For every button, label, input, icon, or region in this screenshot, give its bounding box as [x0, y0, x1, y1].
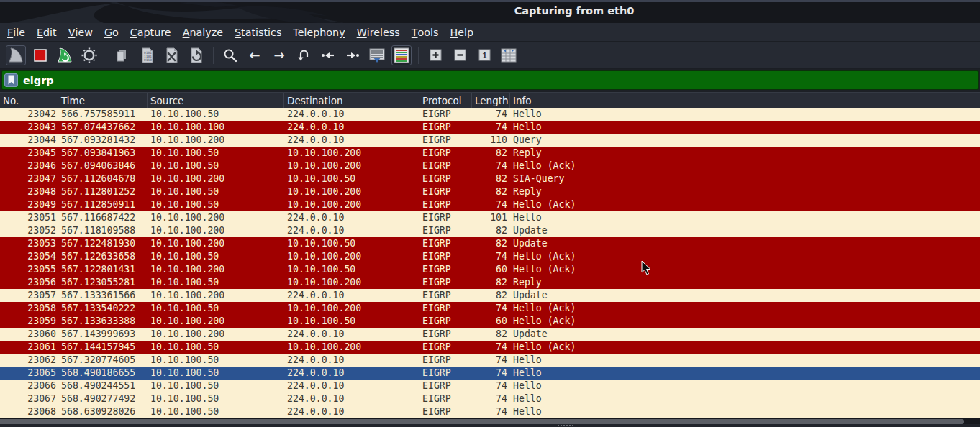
- bookmark-icon[interactable]: [4, 73, 18, 87]
- title-bar[interactable]: Capturing from eth0: [0, 0, 980, 23]
- packet-row-23062[interactable]: 23062567.32077460510.10.100.50224.0.0.10…: [0, 354, 980, 367]
- packet-row-23054[interactable]: 23054567.12263365810.10.100.5010.10.100.…: [0, 250, 980, 263]
- cell-protocol: EIGRP: [419, 392, 472, 405]
- magnifier-icon: [222, 47, 238, 63]
- start-capture-button[interactable]: [6, 45, 26, 65]
- zoom-normal-button[interactable]: 1: [474, 45, 494, 65]
- cell-destination: 224.0.0.10: [284, 108, 419, 121]
- packet-row-23061[interactable]: 23061567.14415794510.10.100.5010.10.100.…: [0, 341, 980, 354]
- packet-row-23068[interactable]: 23068568.63092802610.10.100.50224.0.0.10…: [0, 405, 980, 418]
- capture-options-button[interactable]: [79, 45, 99, 65]
- cell-length: 74: [472, 302, 510, 315]
- packet-row-23044[interactable]: 23044567.09328143210.10.100.200224.0.0.1…: [0, 134, 980, 147]
- zoom-out-button[interactable]: [450, 45, 470, 65]
- packet-row-23048[interactable]: 23048567.11280125210.10.100.5010.10.100.…: [0, 185, 980, 198]
- packet-row-23066[interactable]: 23066568.49024455110.10.100.50224.0.0.10…: [0, 380, 980, 392]
- packet-row-23053[interactable]: 23053567.12248193010.10.100.20010.10.100…: [0, 237, 980, 250]
- column-header-time[interactable]: Time: [58, 93, 148, 108]
- packet-row-23049[interactable]: 23049567.11285091110.10.100.5010.10.100.…: [0, 198, 980, 211]
- packet-row-23067[interactable]: 23067568.49027749210.10.100.50224.0.0.10…: [0, 392, 980, 405]
- cell-info: Query: [510, 134, 980, 147]
- cell-time: 567.116687422: [58, 211, 148, 224]
- cell-length: 60: [472, 263, 510, 276]
- cell-info: Hello: [510, 108, 980, 121]
- column-header-destination[interactable]: Destination: [284, 93, 419, 108]
- go-back-button[interactable]: ←: [245, 45, 265, 65]
- find-packet-button[interactable]: [220, 45, 240, 65]
- go-last-packet-button[interactable]: [342, 45, 363, 65]
- cell-source: 10.10.100.50: [148, 302, 284, 315]
- menu-view[interactable]: View: [63, 23, 99, 41]
- packet-row-23046[interactable]: 23046567.09406384610.10.100.5010.10.100.…: [0, 160, 980, 173]
- menu-capture[interactable]: Capture: [124, 23, 177, 41]
- packet-row-23051[interactable]: 23051567.11668742210.10.100.200224.0.0.1…: [0, 211, 980, 224]
- restart-capture-button[interactable]: [55, 45, 75, 65]
- close-file-button[interactable]: [162, 45, 182, 65]
- open-file-button[interactable]: [113, 45, 133, 65]
- cell-no: 23055: [0, 263, 58, 276]
- save-file-button[interactable]: 010111010110: [137, 45, 158, 65]
- zoom-in-button[interactable]: [425, 45, 445, 65]
- horizontal-scrollbar[interactable]: [0, 419, 980, 424]
- cell-time: 567.320774605: [58, 354, 148, 367]
- cell-destination: 10.10.100.200: [284, 198, 419, 211]
- cell-info: SIA-Query: [510, 173, 980, 185]
- packet-row-23059[interactable]: 23059567.13363338810.10.100.20010.10.100…: [0, 315, 980, 328]
- packet-row-23045[interactable]: 23045567.09384196310.10.100.5010.10.100.…: [0, 147, 980, 160]
- auto-scroll-button[interactable]: [367, 45, 387, 65]
- cell-destination: 10.10.100.200: [284, 276, 419, 289]
- packet-row-23052[interactable]: 23052567.11810958810.10.100.200224.0.0.1…: [0, 224, 980, 237]
- column-header-length[interactable]: Length: [472, 93, 510, 108]
- filter-input[interactable]: [18, 75, 978, 86]
- cell-protocol: EIGRP: [419, 185, 472, 198]
- menu-telephony[interactable]: Telephony: [287, 23, 350, 41]
- gear-icon: [81, 47, 98, 64]
- go-to-packet-button[interactable]: [294, 45, 314, 65]
- menu-edit[interactable]: Edit: [31, 23, 63, 41]
- packet-row-23058[interactable]: 23058567.13354022210.10.100.5010.10.100.…: [0, 302, 980, 315]
- menu-wireless[interactable]: Wireless: [351, 23, 406, 41]
- packet-row-23060[interactable]: 23060567.14399969310.10.100.200224.0.0.1…: [0, 328, 980, 341]
- cell-source: 10.10.100.50: [148, 341, 284, 354]
- menu-statistics[interactable]: Statistics: [229, 23, 287, 41]
- cell-time: 567.133540222: [58, 302, 148, 315]
- cell-protocol: EIGRP: [419, 263, 472, 276]
- cell-info: Hello: [510, 211, 980, 224]
- cell-protocol: EIGRP: [419, 315, 472, 328]
- cell-source: 10.10.100.50: [148, 405, 284, 418]
- cell-time: 567.112850911: [58, 198, 148, 211]
- packet-row-23056[interactable]: 23056567.12305528110.10.100.5010.10.100.…: [0, 276, 980, 289]
- cell-protocol: EIGRP: [419, 328, 472, 341]
- cell-time: 567.093841963: [58, 147, 148, 160]
- go-first-packet-button[interactable]: [318, 45, 338, 65]
- packet-row-23055[interactable]: 23055567.12280143110.10.100.20010.10.100…: [0, 263, 980, 276]
- cell-no: 23044: [0, 134, 58, 147]
- reload-file-button[interactable]: [186, 45, 207, 65]
- cell-length: 74: [472, 367, 510, 380]
- packet-row-23043[interactable]: 23043567.07443766210.10.100.100224.0.0.1…: [0, 121, 980, 134]
- menu-go[interactable]: Go: [99, 23, 124, 41]
- packet-row-23042[interactable]: 23042566.75758591110.10.100.50224.0.0.10…: [0, 108, 980, 121]
- menu-help[interactable]: Help: [444, 23, 479, 41]
- packet-row-23047[interactable]: 23047567.11260467810.10.100.20010.10.100…: [0, 173, 980, 185]
- column-header-info[interactable]: Info: [510, 93, 980, 108]
- colorize-packets-button[interactable]: [391, 45, 412, 65]
- splitter-handle[interactable]: [558, 425, 573, 426]
- scrollbar-thumb[interactable]: [0, 419, 964, 424]
- cell-protocol: EIGRP: [419, 224, 472, 237]
- cell-time: 567.133633388: [58, 315, 148, 328]
- resize-columns-button[interactable]: [499, 45, 519, 65]
- packet-row-23057[interactable]: 23057567.13336156610.10.100.200224.0.0.1…: [0, 289, 980, 302]
- cell-length: 82: [472, 289, 510, 302]
- packet-row-23065[interactable]: 23065568.49018665510.10.100.50224.0.0.10…: [0, 367, 980, 380]
- go-forward-button[interactable]: →: [269, 45, 289, 65]
- stop-capture-button[interactable]: [30, 45, 50, 65]
- menu-file[interactable]: File: [1, 23, 31, 41]
- column-header-protocol[interactable]: Protocol: [419, 93, 472, 108]
- menu-analyze[interactable]: Analyze: [177, 23, 229, 41]
- cell-no: 23059: [0, 315, 58, 328]
- menu-tools[interactable]: Tools: [406, 23, 445, 41]
- cell-info: Hello (Ack): [510, 315, 980, 328]
- column-header-no[interactable]: No.: [0, 93, 58, 108]
- column-header-source[interactable]: Source: [148, 93, 284, 108]
